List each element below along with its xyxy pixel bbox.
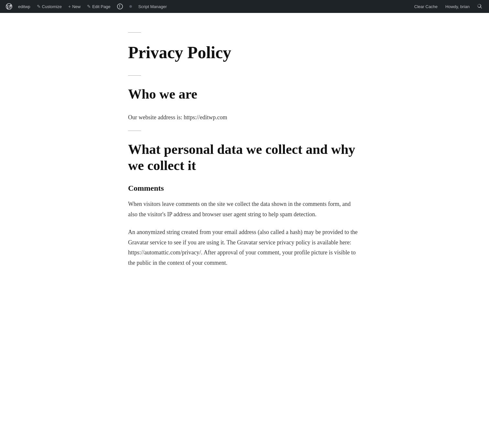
- user-menu-button[interactable]: Howdy, brian: [442, 0, 473, 13]
- section-heading-who-we-are: Who we are: [128, 86, 361, 102]
- who-we-are-text: Our website address is: https://editwp.c…: [128, 112, 361, 123]
- admin-bar: editwp ✎ Customize + New ✎ Edit Page: [0, 0, 489, 13]
- new-button[interactable]: + New: [65, 0, 84, 13]
- comments-text-1: When visitors leave comments on the site…: [128, 199, 361, 219]
- edit-page-button[interactable]: ✎ Edit Page: [84, 0, 114, 13]
- clear-cache-label: Clear Cache: [414, 4, 438, 9]
- admin-bar-left: editwp ✎ Customize + New ✎ Edit Page: [3, 0, 411, 13]
- customize-button[interactable]: ✎ Customize: [34, 0, 65, 13]
- yoast-icon: [117, 4, 123, 9]
- wordpress-icon: [6, 3, 12, 10]
- section-divider-2: [128, 131, 141, 131]
- yoast-icon-button[interactable]: [114, 0, 126, 13]
- search-icon: [477, 4, 483, 9]
- edit-page-label: Edit Page: [92, 4, 110, 9]
- subsection-heading-comments: Comments: [128, 184, 361, 193]
- wp-logo-button[interactable]: [3, 0, 15, 13]
- customize-label: Customize: [42, 4, 62, 9]
- page-content: Privacy Policy Who we are Our website ad…: [122, 13, 367, 302]
- customize-icon: ✎: [37, 4, 41, 9]
- section-divider-1: [128, 75, 141, 76]
- top-divider: [128, 32, 141, 33]
- script-manager-label: Script Manager: [138, 4, 167, 9]
- admin-bar-right: Clear Cache Howdy, brian: [411, 0, 486, 13]
- site-name-label: editwp: [18, 4, 30, 9]
- clear-cache-button[interactable]: Clear Cache: [411, 0, 441, 13]
- status-indicator: [126, 0, 135, 13]
- site-name-button[interactable]: editwp: [15, 0, 34, 13]
- howdy-label: Howdy, brian: [445, 4, 470, 9]
- page-title: Privacy Policy: [128, 43, 361, 62]
- comments-text-2: An anonymized string created from your e…: [128, 227, 361, 268]
- edit-page-icon: ✎: [87, 4, 91, 9]
- script-manager-button[interactable]: Script Manager: [135, 0, 170, 13]
- section-heading-personal-data: What personal data we collect and why we…: [128, 141, 361, 174]
- search-button[interactable]: [474, 0, 486, 13]
- status-dot: [129, 5, 132, 8]
- new-icon: +: [68, 4, 71, 9]
- new-label: New: [72, 4, 81, 9]
